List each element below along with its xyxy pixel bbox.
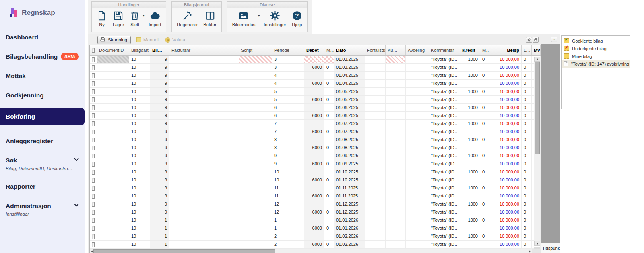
cell-fakturanr[interactable]: [169, 136, 239, 144]
cell-kommentar[interactable]: "Toyota" (ID…: [429, 152, 460, 160]
cell-script[interactable]: [239, 184, 272, 192]
cell-periode[interactable]: 11: [272, 184, 304, 192]
cell-kredit[interactable]: [460, 64, 480, 71]
cell-avdeling[interactable]: [406, 88, 429, 95]
cell-belop[interactable]: 10 000,00: [489, 112, 522, 119]
cell-l[interactable]: 0: [522, 56, 532, 63]
cell-kredit[interactable]: 1000: [460, 216, 480, 224]
cell-m1[interactable]: [324, 104, 334, 111]
cell-bilagsart[interactable]: 10: [129, 112, 150, 119]
cell-bil[interactable]: 9: [150, 176, 169, 184]
cell-ku[interactable]: [386, 96, 406, 103]
select-all-checkbox[interactable]: [92, 48, 95, 53]
row-checkbox[interactable]: [92, 146, 95, 150]
cell-debet[interactable]: [304, 184, 324, 192]
cell-script[interactable]: [239, 200, 272, 208]
cell-fakturanr[interactable]: [169, 80, 239, 87]
sidebar-item-anleggsregister[interactable]: Anleggsregister: [0, 138, 85, 145]
cell-kommentar[interactable]: "Toyota" (ID…: [429, 144, 460, 152]
cell-avdeling[interactable]: [406, 72, 429, 79]
cell-debet[interactable]: [304, 104, 324, 111]
cell-m1[interactable]: 0: [324, 192, 334, 200]
sidebar-item-godkjenning[interactable]: Godkjenning: [0, 92, 85, 99]
cell-script[interactable]: [239, 152, 272, 160]
cell-bil[interactable]: 9: [150, 208, 169, 216]
cell-bil[interactable]: 9: [150, 144, 169, 152]
cell-dato[interactable]: 01.01.2026: [334, 224, 365, 232]
cell-fakturanr[interactable]: [169, 184, 239, 192]
cell-dato[interactable]: 01.01.2026: [334, 216, 365, 224]
column-header-m1[interactable]: M…: [324, 45, 334, 55]
cell-m2[interactable]: [480, 208, 489, 216]
cell-l[interactable]: 0: [522, 64, 532, 71]
cell-belop[interactable]: 10 000,00: [489, 136, 522, 144]
cell-bilagsart[interactable]: 10: [129, 224, 150, 232]
cell-bilagsart[interactable]: 10: [129, 120, 150, 128]
cell-bil[interactable]: 9: [150, 120, 169, 128]
cell-bil[interactable]: 1: [150, 216, 169, 224]
row-checkbox[interactable]: [92, 154, 95, 158]
sidebar-item-bilagsbehandling[interactable]: BilagsbehandlingBETA: [0, 53, 85, 60]
cell-kredit[interactable]: [460, 112, 480, 119]
cell-kredit[interactable]: [460, 128, 480, 136]
cell-debet[interactable]: [304, 88, 324, 95]
row-checkbox[interactable]: [92, 234, 95, 239]
cell-forfallsdato[interactable]: [365, 200, 386, 208]
cell-script[interactable]: [239, 241, 272, 248]
cell-kommentar[interactable]: "Toyota" (ID…: [429, 128, 460, 136]
cell-avdeling[interactable]: [406, 96, 429, 103]
cell-m1[interactable]: 0: [324, 176, 334, 184]
cell-periode[interactable]: 6: [272, 112, 304, 119]
cell-dato[interactable]: 01.03.2025: [334, 56, 365, 63]
column-header-avdeling[interactable]: Avdeling: [406, 45, 429, 55]
cell-bilagsart[interactable]: 10: [129, 160, 150, 168]
cell-bilagsart[interactable]: 10: [129, 192, 150, 200]
cell-avdeling[interactable]: [406, 192, 429, 200]
cell-debet[interactable]: 6000: [304, 96, 324, 103]
cell-dato[interactable]: 01.09.2025: [334, 160, 365, 168]
cell-periode[interactable]: 3: [272, 56, 304, 63]
cell-avdeling[interactable]: [406, 80, 429, 87]
cell-avdeling[interactable]: [406, 216, 429, 224]
cell-periode[interactable]: 7: [272, 120, 304, 128]
column-header-m2[interactable]: M…: [480, 45, 489, 55]
cell-dokid[interactable]: [97, 184, 129, 192]
cell-kommentar[interactable]: "Toyota" (ID…: [429, 241, 460, 248]
cell-periode[interactable]: 8: [272, 144, 304, 152]
vertical-scroll-thumb[interactable]: [535, 62, 540, 154]
cell-kommentar[interactable]: "Toyota" (ID…: [429, 192, 460, 200]
cell-ku[interactable]: [386, 176, 406, 184]
cell-bilagsart[interactable]: 10: [129, 216, 150, 224]
cell-fakturanr[interactable]: [169, 88, 239, 95]
cell-avdeling[interactable]: [406, 112, 429, 119]
dropdown-arrow-icon[interactable]: ▾: [143, 14, 144, 18]
cell-debet[interactable]: [304, 120, 324, 128]
cell-bil[interactable]: 9: [150, 192, 169, 200]
cell-dato[interactable]: 01.02.2026: [334, 232, 365, 240]
column-header-ku[interactable]: Ku…: [386, 45, 406, 55]
cell-ku[interactable]: [386, 208, 406, 216]
cell-debet[interactable]: 6000: [304, 64, 324, 71]
cell-dokid[interactable]: [97, 72, 129, 79]
cell-forfallsdato[interactable]: [365, 160, 386, 168]
cell-debet[interactable]: [304, 168, 324, 176]
cell-dokid[interactable]: [97, 152, 129, 160]
cell-avdeling[interactable]: [406, 136, 429, 144]
cell-debet[interactable]: 6000: [304, 208, 324, 216]
cell-kommentar[interactable]: "Toyota" (ID…: [429, 136, 460, 144]
cell-debet[interactable]: [304, 136, 324, 144]
cell-debet[interactable]: 6000: [304, 224, 324, 232]
cell-bil[interactable]: 9: [150, 64, 169, 71]
cell-periode[interactable]: 9: [272, 160, 304, 168]
cell-bilagsart[interactable]: 10: [129, 184, 150, 192]
row-checkbox[interactable]: [92, 186, 95, 191]
row-checkbox[interactable]: [92, 162, 95, 167]
sidebar-item-bokf-ring[interactable]: Bokføring: [0, 108, 85, 125]
row-checkbox[interactable]: [92, 202, 95, 207]
cell-m1[interactable]: 0: [324, 160, 334, 168]
cell-periode[interactable]: 10: [272, 168, 304, 176]
cell-bilagsart[interactable]: 10: [129, 64, 150, 71]
cell-cb[interactable]: [90, 176, 97, 184]
cell-kredit[interactable]: 1000: [460, 88, 480, 95]
grid-settings-button[interactable]: [526, 37, 532, 43]
